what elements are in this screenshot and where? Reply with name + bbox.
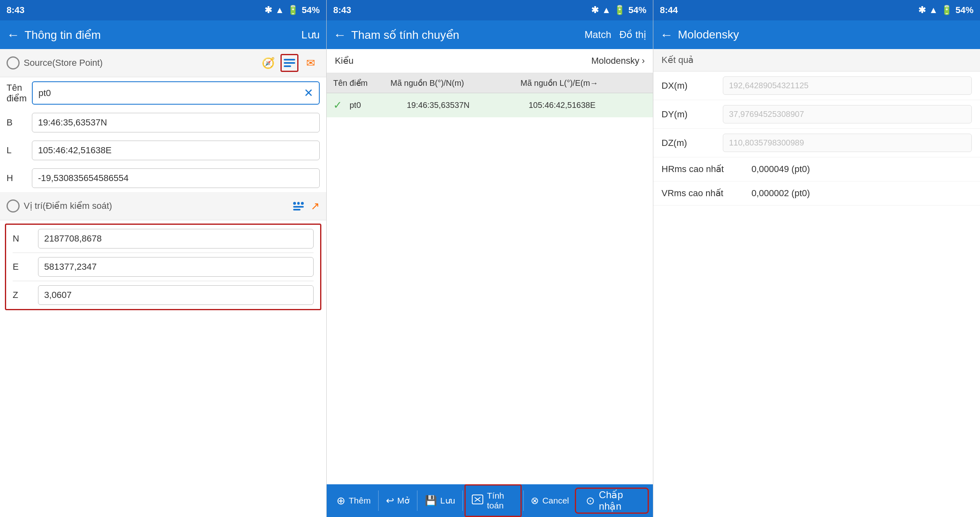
table-header: Tên điểm Mã nguồn B(°)/N(m) Mã nguồn L(°… [327,73,653,93]
chap-nhan-button[interactable]: ⊙ Chấp nhận [575,488,649,514]
cancel-button[interactable]: ⊗ Cancel [525,484,574,517]
back-button-1[interactable]: ← [7,27,20,43]
vitri-menu-icon[interactable] [289,197,307,215]
hrms-value: 0,000049 (pt0) [751,164,810,175]
vitri-gps-icon [7,199,20,213]
ten-diem-input[interactable]: pt0 ✕ [32,81,320,105]
b-label: B [7,117,27,128]
bottom-toolbar-2: ⊕ Thêm ↩ Mở 💾 Lưu Tính toán ⊗ [327,484,653,517]
hrms-row: HRms cao nhất 0,000049 (pt0) [653,157,980,181]
ten-diem-value: pt0 [38,88,51,98]
wifi-icon: ▲ [275,5,284,16]
back-button-3[interactable]: ← [660,27,673,43]
panel2-tham-so-tinh-chuyen: 8:43 ✱ ▲ 🔋 54% ← Tham số tính chuyển Mat… [327,0,653,517]
z-input[interactable]: 3,0607 [38,285,314,305]
mo-label: Mở [397,496,410,506]
compass-icon[interactable]: 🧭 [259,54,277,72]
row-name: pt0 [350,101,403,110]
l-value: 105:46:42,51638E [38,145,112,156]
import-icon[interactable]: ✉ [302,54,320,72]
vitri-toolbar: ↗ [289,197,320,215]
ket-qua-label: Kết quả [662,55,693,65]
luu-label: Lưu [440,496,455,506]
plus-icon: ⊕ [336,495,345,507]
spacer-3 [653,206,980,517]
vitri-label: Vị trí(Điểm kiểm soát) [24,201,112,211]
divider-2 [417,490,417,511]
battery-label-1: 54% [302,5,320,16]
accept-icon: ⊙ [586,495,595,507]
b-row: B 19:46:35,63537N [0,109,326,137]
dy-row: DY(m) 37,97694525308907 [653,100,980,129]
dz-label: DZ(m) [662,138,715,148]
e-input[interactable]: 581377,2347 [38,257,314,277]
them-button[interactable]: ⊕ Thêm [331,484,377,517]
status-icons-1: ✱ ▲ 🔋 54% [265,5,320,16]
e-label: E [13,262,33,272]
dz-row: DZ(m) 110,8035798300989 [653,129,980,157]
source-toolbar: 🧭 ✉ [259,54,320,72]
status-bar-3: 8:44 ✱ ▲ 🔋 54% [653,0,980,20]
status-bar-1: 8:43 ✱ ▲ 🔋 54% [0,0,326,20]
divider-3 [462,490,463,511]
divider-1 [378,490,379,511]
vrms-label: VRms cao nhất [662,188,743,199]
back-button-2[interactable]: ← [333,27,346,43]
calc-icon [471,494,484,507]
dz-value: 110,8035798300989 [723,134,972,152]
z-value: 3,0607 [44,290,72,300]
kieu-value: Molodensky [591,56,639,66]
table-row-pt0[interactable]: ✓ pt0 19:46:35,63537N 105:46:42,51638E [327,93,653,117]
row-l: 105:46:42,51638E [529,101,646,110]
time-1: 8:43 [7,5,25,16]
n-input[interactable]: 2187708,8678 [38,229,314,248]
vitri-arrow-icon[interactable]: ↗ [311,200,320,213]
clear-icon[interactable]: ✕ [304,86,313,100]
vrms-row: VRms cao nhất 0,000002 (pt0) [653,181,980,206]
ten-diem-label: Tên điểm [7,83,27,104]
page-title-3: Molodensky [678,28,739,41]
cancel-label: Cancel [542,496,569,506]
wifi-icon-3: ▲ [929,5,938,16]
row-b: 19:46:35,63537N [407,101,525,110]
h-input[interactable]: -19,530835654586554 [32,168,320,188]
kieu-row: Kiểu Molodensky › [327,49,653,73]
ket-qua-section: Kết quả [653,49,980,72]
dx-label: DX(m) [662,81,715,91]
chap-nhan-label: Chấp nhận [599,489,638,512]
l-label: L [7,145,27,156]
kieu-label: Kiểu [335,56,354,66]
tinh-toan-label: Tính toán [487,491,515,510]
n-label: N [13,233,33,244]
l-input[interactable]: 105:46:42,51638E [32,141,320,160]
source-section-header: Source(Store Point) 🧭 ✉ [0,49,326,77]
kieu-value-row[interactable]: Molodensky › [591,56,645,66]
e-row: E 581377,2347 [6,253,320,281]
status-bar-2: 8:43 ✱ ▲ 🔋 54% [327,0,653,20]
gps-icon [7,56,20,69]
save-icon: 💾 [425,495,437,506]
n-row: N 2187708,8678 [6,225,320,253]
top-bar-2: ← Tham số tính chuyển Match Đồ thị [327,20,653,49]
dy-label: DY(m) [662,109,715,120]
save-button-1[interactable]: Lưu [301,29,320,41]
status-icons-3: ✱ ▲ 🔋 54% [918,5,973,16]
bluetooth-icon: ✱ [265,5,272,16]
match-button[interactable]: Match [585,29,611,40]
chevron-right-icon: › [642,56,645,66]
tinh-toan-button[interactable]: Tính toán [464,484,522,517]
battery-label-3: 54% [955,5,973,16]
bluetooth-icon-3: ✱ [918,5,926,16]
luu-button[interactable]: 💾 Lưu [419,484,461,517]
panel1-thong-tin-diem: 8:43 ✱ ▲ 🔋 54% ← Thông tin điểm Lưu Sour… [0,0,327,517]
vrms-value: 0,000002 (pt0) [751,188,810,199]
panel3-molodensky: 8:44 ✱ ▲ 🔋 54% ← Molodensky Kết quả DX(m… [653,0,980,517]
col-header-ten-diem: Tên điểm [333,78,386,88]
list-icon-highlighted[interactable] [280,54,298,72]
b-input[interactable]: 19:46:35,63537N [32,113,320,132]
wifi-icon-2: ▲ [602,5,611,16]
time-2: 8:43 [333,5,351,16]
mo-button[interactable]: ↩ Mở [380,484,416,517]
top-bar-1: ← Thông tin điểm Lưu [0,20,326,49]
dothi-button[interactable]: Đồ thị [619,29,646,40]
